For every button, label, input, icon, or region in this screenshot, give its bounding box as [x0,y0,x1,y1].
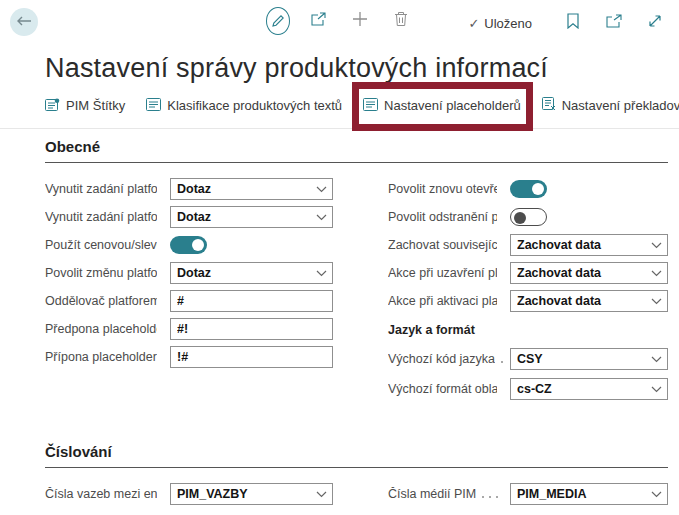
bookmark-button[interactable] [561,9,585,37]
dotted-leader [482,496,503,498]
field-label: Vynutit zadání platfor... [45,182,157,196]
input-pripona-placeholderu[interactable]: !# [170,346,333,368]
chevron-down-icon [651,356,662,363]
field-predpona-placeholderu: Předpona placeholderu #! [45,318,333,340]
field-akce-pri-uzavreni: Akce při uzavření plat... Zachovat data [388,262,668,284]
chevron-down-icon [651,270,662,277]
share-button[interactable] [307,7,331,35]
action-prekladove-tabulky[interactable]: Nastavení překladových tabulek PIM [542,97,679,114]
field-label: Povolit změnu platfor... [45,266,157,280]
dropdown-zachovat-souvisejici[interactable]: Zachovat data [510,234,668,256]
pencil-icon [266,7,290,35]
chevron-down-icon [316,491,327,498]
open-in-new-window-button[interactable] [602,9,626,37]
dropdown-format-oblasti[interactable]: cs-CZ [510,378,668,400]
dropdown-value: Dotaz [177,266,316,280]
dropdown-cisla-medii[interactable]: PIM_MEDIA [510,483,668,505]
toggle-wrap [510,180,668,198]
chevron-down-icon [316,214,327,221]
back-button[interactable] [10,8,38,36]
expand-arrows-icon [648,14,662,32]
chevron-down-icon [651,298,662,305]
input-predpona-placeholderu[interactable]: #! [170,318,333,340]
dropdown-kod-jazyka[interactable]: CSY [510,348,668,370]
section-numbering: Číslování Čísla vazeb mezi entit... PIM_… [45,434,668,515]
dropdown-value: CSY [517,352,651,366]
field-label: Přípona placeholderu [45,350,157,364]
input-oddelovac-platforem[interactable]: # [170,290,333,312]
pim-labels-icon [45,98,60,114]
page-title: Nastavení správy produktových informací [45,53,679,84]
popout-icon [606,14,622,32]
field-akce-pri-aktivaci: Akce při aktivaci platf... Zachovat data [388,290,668,312]
action-bar: PIM Štítky Klasifikace produktových text… [45,97,679,114]
delete-button[interactable] [389,7,413,35]
toggle-wrap [170,236,333,254]
dropdown-value: Dotaz [177,210,316,224]
section-general: Obecné Vynutit zadání platfor... Dotaz V… [45,129,668,408]
dropdown-value: PIM_VAZBY [177,487,316,501]
action-label: Klasifikace produktových textů [167,98,342,113]
card-list-icon [146,98,161,114]
field-label: Povolit znovu otevřen... [388,182,497,196]
section-numbering-header: Číslování [45,434,668,468]
dropdown-value: Zachovat data [517,294,651,308]
field-label: Zachovat související d... [388,238,497,252]
field-cisla-vazeb: Čísla vazeb mezi entit... PIM_VAZBY [45,483,333,505]
top-toolbar: ✓ Uloženo [0,0,679,46]
dropdown-value: cs-CZ [517,382,651,396]
toggle-povolit-znovu[interactable] [510,180,547,198]
translation-table-icon [542,97,556,114]
chevron-down-icon [651,491,662,498]
chevron-down-icon [651,386,662,393]
dropdown-value: Zachovat data [517,266,651,280]
action-nastaveni-placeholderu[interactable]: Nastavení placeholderů [363,98,521,114]
toggle-povolit-odstraneni[interactable] [510,208,547,226]
dropdown-value: Zachovat data [517,238,651,252]
toggle-knob [192,239,204,251]
field-oddelovac-platforem: Oddělovač platforem # [45,290,333,312]
dropdown-vynutit-2[interactable]: Dotaz [170,206,333,228]
card-list-icon [363,98,378,114]
field-vynutit-zadani-platformy-2: Vynutit zadání platfor... Dotaz [45,206,333,228]
section-general-header: Obecné [45,129,668,163]
save-status-label: Uloženo [484,16,532,31]
field-label: Čísla vazeb mezi entit... [45,487,157,501]
save-status: ✓ Uloženo [468,16,532,31]
toggle-wrap [510,208,668,226]
field-label: Výchozí formát oblasti [388,382,497,396]
field-label: Použít cenovou/slevo... [45,238,157,252]
field-label: Výchozí kód jazyka [388,352,495,366]
dropdown-povolit-zmenu[interactable]: Dotaz [170,262,333,284]
toggle-pouzit-cenovou[interactable] [170,236,207,254]
add-button[interactable] [348,7,372,35]
field-zachovat-souvisejici: Zachovat související d... Zachovat data [388,234,668,256]
field-vychozi-kod-jazyka: Výchozí kód jazyka CSY [388,348,668,370]
dropdown-akce-uzavreni[interactable]: Zachovat data [510,262,668,284]
toggle-knob [532,183,544,195]
action-label: Nastavení překladových tabulek PIM [562,98,679,113]
dropdown-akce-aktivace[interactable]: Zachovat data [510,290,668,312]
chevron-down-icon [316,270,327,277]
subsection-jazyk-a-format: Jazyk a formát [388,323,668,337]
input-value: # [177,294,327,308]
field-povolit-znovu-otevreni: Povolit znovu otevřen... [388,178,668,200]
trash-icon [394,11,408,31]
dropdown-vynutit-1[interactable]: Dotaz [170,178,333,200]
action-pim-stitky[interactable]: PIM Štítky [45,98,125,114]
action-label: PIM Štítky [66,98,125,113]
field-vynutit-zadani-platformy-1: Vynutit zadání platfor... Dotaz [45,178,333,200]
expand-button[interactable] [643,9,667,37]
share-icon [310,11,328,31]
field-vychozi-format-oblasti: Výchozí formát oblasti cs-CZ [388,378,668,400]
dropdown-cisla-vazeb[interactable]: PIM_VAZBY [170,483,333,505]
bookmark-icon [567,13,579,33]
chevron-down-icon [316,186,327,193]
field-label: Oddělovač platforem [45,294,157,308]
dropdown-value: Dotaz [177,182,316,196]
edit-button[interactable] [266,7,290,35]
field-pouzit-cenovou: Použít cenovou/slevo... [45,234,333,256]
action-klasifikace-textu[interactable]: Klasifikace produktových textů [146,98,342,114]
plus-icon [352,11,368,31]
back-arrow-icon [16,13,32,31]
